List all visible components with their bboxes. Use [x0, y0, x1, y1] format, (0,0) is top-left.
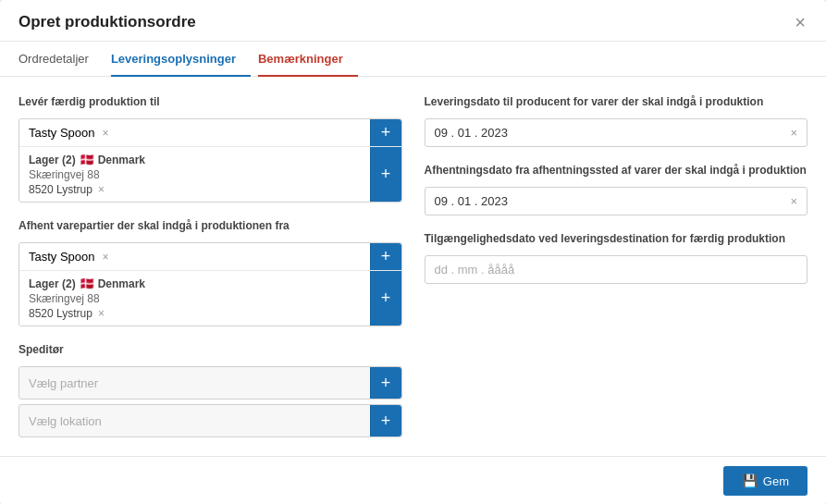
availability-date-field[interactable]: dd . mm . åååå: [425, 255, 808, 284]
pickup-date-label: Afhentningsdato fra afhentningssted af v…: [425, 164, 808, 177]
location1-warehouse: Lager (2) 🇩🇰 Denmark: [29, 153, 361, 166]
location2-address: Skæringvej 88: [29, 292, 361, 305]
location1-info: Lager (2) 🇩🇰 Denmark Skæringvej 88 8520 …: [19, 147, 370, 202]
partner-row-top: Tasty Spoon × +: [19, 119, 401, 146]
location2-country: Denmark: [98, 277, 145, 290]
deliver-partner-plus-button[interactable]: +: [370, 119, 401, 146]
location2-city-row: 8520 Lystrup ×: [29, 307, 361, 320]
spediteur-partner-plus-button[interactable]: +: [370, 367, 401, 399]
delivery-date-field-group: Leveringsdato til producent for varer de…: [425, 95, 808, 147]
dialog-header: Opret produktionsordre ×: [0, 0, 826, 42]
partner-select-row: Vælg partner +: [19, 367, 401, 399]
dialog-body: Levér færdig produktion til Tasty Spoon …: [0, 77, 826, 456]
location-row-top: Lager (2) 🇩🇰 Denmark Skæringvej 88 8520 …: [19, 146, 401, 202]
partner2-row: Tasty Spoon × +: [19, 243, 401, 270]
availability-date-label: Tilgængelighedsdato ved leveringsdestina…: [425, 232, 808, 245]
partner-name-area: Tasty Spoon ×: [19, 119, 370, 146]
location-select-row: Vælg lokation +: [19, 405, 401, 436]
denmark-flag-1: 🇩🇰: [80, 153, 94, 166]
partner2-clear-icon[interactable]: ×: [103, 251, 109, 264]
pickup-date-clear-icon[interactable]: ×: [790, 194, 797, 208]
deliver-partner-box: Tasty Spoon × + Lager (2) 🇩🇰 Denmark: [18, 118, 402, 203]
pickup-date-field-group: Afhentningsdato fra afhentningssted af v…: [425, 164, 808, 215]
partner1-name: Tasty Spoon: [29, 126, 95, 140]
location-select-box: Vælg lokation +: [18, 404, 402, 437]
tab-leveringsoplysninger[interactable]: Leveringsoplysninger: [111, 43, 251, 77]
tab-bemaerkninger[interactable]: Bemærkninger: [258, 43, 358, 77]
delivery-date-label: Leveringsdato til producent for varer de…: [425, 95, 808, 108]
spediteur-label: Speditør: [18, 343, 402, 356]
dialog-title: Opret produktionsordre: [18, 13, 196, 31]
dialog: Opret produktionsordre × Ordredetaljer L…: [0, 0, 826, 504]
partner2-name-area: Tasty Spoon ×: [19, 243, 370, 270]
pickup-date-field[interactable]: 09 . 01 . 2023 ×: [425, 187, 808, 215]
partner2-name: Tasty Spoon: [29, 250, 95, 264]
location2-clear-icon[interactable]: ×: [98, 307, 105, 320]
denmark-flag-2: 🇩🇰: [80, 277, 94, 290]
afhent-partner-plus-button[interactable]: +: [370, 243, 401, 270]
availability-date-placeholder: dd . mm . åååå: [435, 263, 798, 277]
deliver-location-plus-button[interactable]: +: [370, 147, 401, 202]
close-button[interactable]: ×: [793, 13, 808, 31]
partner-select-placeholder[interactable]: Vælg partner: [19, 369, 370, 398]
spediteur-section: Speditør Vælg partner + Vælg lokation +: [18, 343, 402, 437]
availability-date-field-group: Tilgængelighedsdato ved leveringsdestina…: [425, 232, 808, 284]
location1-country: Denmark: [98, 154, 145, 166]
location1-city-row: 8520 Lystrup ×: [29, 183, 361, 196]
dialog-footer: 💾 Gem: [0, 456, 826, 504]
delivery-date-field[interactable]: 09 . 01 . 2023 ×: [425, 118, 808, 147]
pickup-date-value: 09 . 01 . 2023: [435, 194, 785, 208]
tab-bar: Ordredetaljer Leveringsoplysninger Bemær…: [0, 42, 826, 77]
delivery-date-value: 09 . 01 . 2023: [435, 126, 785, 140]
location2-warehouse: Lager (2) 🇩🇰 Denmark: [29, 277, 361, 290]
location2-row: Lager (2) 🇩🇰 Denmark Skæringvej 88 8520 …: [19, 270, 401, 326]
right-column: Leveringsdato til producent for varer de…: [425, 95, 808, 437]
save-label: Gem: [763, 474, 789, 488]
location1-address: Skæringvej 88: [29, 168, 361, 181]
location2-info: Lager (2) 🇩🇰 Denmark Skæringvej 88 8520 …: [19, 271, 370, 326]
location-select-placeholder[interactable]: Vælg lokation: [19, 407, 370, 436]
afhent-from-label: Afhent varepartier der skal indgå i prod…: [18, 219, 402, 232]
afhent-location-plus-button[interactable]: +: [370, 271, 401, 326]
tab-ordredetaljer[interactable]: Ordredetaljer: [18, 43, 104, 77]
deliver-to-label: Levér færdig produktion til: [18, 95, 402, 108]
left-column: Levér færdig produktion til Tasty Spoon …: [18, 95, 402, 437]
afhent-partner-box: Tasty Spoon × + Lager (2) 🇩🇰 Denmark: [18, 242, 402, 326]
delivery-date-clear-icon[interactable]: ×: [790, 126, 797, 140]
save-button[interactable]: 💾 Gem: [723, 466, 808, 496]
deliver-to-section: Levér færdig produktion til Tasty Spoon …: [18, 95, 402, 203]
save-icon: 💾: [742, 473, 758, 488]
afhent-from-section: Afhent varepartier der skal indgå i prod…: [18, 219, 402, 326]
partner1-clear-icon[interactable]: ×: [103, 127, 109, 140]
location1-clear-icon[interactable]: ×: [98, 183, 105, 196]
partner-select-box: Vælg partner +: [18, 366, 402, 400]
spediteur-location-plus-button[interactable]: +: [370, 405, 401, 436]
